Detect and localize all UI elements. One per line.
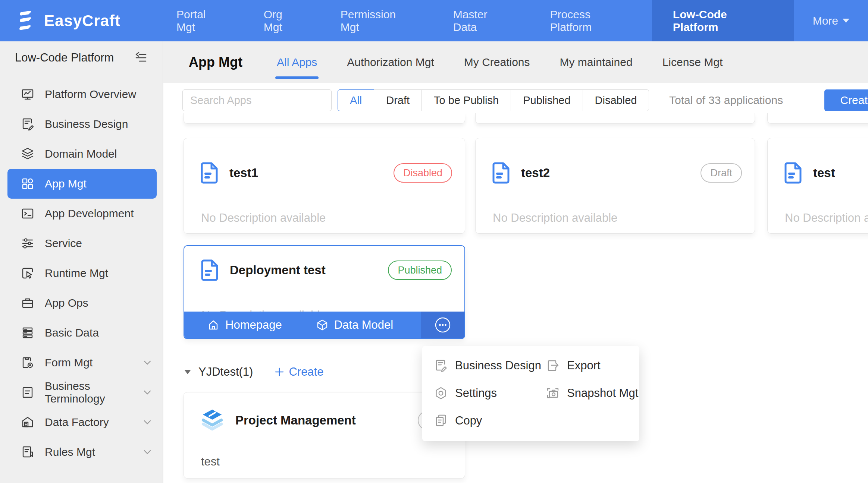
camera-icon — [546, 386, 560, 400]
status-badge: Published — [388, 261, 452, 280]
group-header: YJDtest(1) Create — [184, 363, 323, 381]
menu-item-label: Settings — [455, 386, 497, 400]
filter-published[interactable]: Published — [511, 89, 583, 111]
sidebar-item-business-terminology[interactable]: Business Terminology — [0, 378, 163, 407]
doc-pencil-icon — [434, 359, 448, 372]
nav-item-process-platform[interactable]: Process Platform — [532, 0, 652, 41]
sidebar-item-business-design[interactable]: Business Design — [0, 109, 163, 139]
sidebar-item-label: App Development — [45, 207, 134, 220]
sidebar-item-platform-overview[interactable]: Platform Overview — [0, 79, 163, 109]
tab-my-maintained[interactable]: My maintained — [560, 41, 633, 83]
card-action-bar: Homepage Data Model — [184, 312, 464, 338]
doc-lines-icon — [21, 386, 34, 399]
card-partial[interactable] — [475, 113, 755, 124]
menu-item-business-design[interactable]: Business Design — [434, 352, 546, 379]
hexagon-settings-icon — [434, 386, 448, 400]
sidebar-item-service[interactable]: Service — [0, 228, 163, 258]
nav-more-dropdown[interactable]: More — [794, 0, 868, 41]
sidebar-item-basic-data[interactable]: Basic Data — [0, 318, 163, 348]
app-grid-icon — [21, 177, 34, 190]
brand-logo[interactable]: EasyCraft — [0, 9, 135, 32]
sidebar-item-runtime-mgt[interactable]: Runtime Mgt — [0, 258, 163, 288]
tab-all-apps[interactable]: All Apps — [277, 41, 317, 83]
nav-item-low-code-platform[interactable]: Low-Code Platform — [652, 0, 794, 41]
sidebar-item-label: Runtime Mgt — [45, 267, 108, 280]
nav-item-permission-mgt[interactable]: Permission Mgt — [322, 0, 435, 41]
doc-bookmark-icon — [21, 445, 34, 459]
app-card-test[interactable]: test No Description available — [767, 138, 868, 234]
tab-license-mgt[interactable]: License Mgt — [662, 41, 723, 83]
card-head: test1 Disabled — [200, 162, 452, 184]
app-title: Deployment test — [230, 263, 326, 277]
data-model-button[interactable]: Data Model — [316, 318, 394, 332]
sliders-icon — [21, 237, 34, 250]
filter-to-be-publish[interactable]: To be Publish — [422, 89, 511, 111]
menu-item-snapshot-mgt[interactable]: Snapshot Mgt — [546, 379, 639, 407]
blue-doc-icon — [784, 162, 802, 184]
tab-my-creations[interactable]: My Creations — [464, 41, 530, 83]
sidebar-item-label: Basic Data — [45, 326, 99, 339]
menu-item-label: Snapshot Mgt — [567, 386, 638, 400]
sidebar-item-form-mgt[interactable]: Form Mgt — [0, 348, 163, 378]
data-model-label: Data Model — [334, 318, 394, 332]
homepage-button[interactable]: Homepage — [207, 318, 282, 332]
sidebar-menu: Platform Overview Business Design Domain… — [0, 74, 163, 467]
triangle-collapse-icon[interactable] — [184, 370, 191, 374]
create-app-button[interactable]: Create — [824, 89, 868, 111]
app-title: test2 — [521, 166, 550, 180]
main-header: App Mgt All Apps Authorization Mgt My Cr… — [163, 41, 868, 83]
card-head: test — [784, 162, 868, 184]
app-description: No Description available — [785, 211, 868, 225]
status-filter-group: All Draft To be Publish Published Disabl… — [338, 89, 649, 111]
filter-disabled[interactable]: Disabled — [583, 89, 649, 111]
sidebar-item-app-mgt[interactable]: App Mgt — [7, 169, 157, 199]
monitor-chart-icon — [21, 88, 34, 101]
nav-item-master-data[interactable]: Master Data — [435, 0, 532, 41]
app-title: test — [813, 166, 835, 180]
nav-item-portal-mgt[interactable]: Portal Mgt — [158, 0, 245, 41]
page-title: App Mgt — [189, 54, 242, 70]
app-card-deployment-test[interactable]: Deployment test Published No Description… — [184, 245, 465, 339]
layered-diamond-icon — [200, 409, 224, 432]
plus-icon — [275, 367, 284, 377]
group-create-link[interactable]: Create — [275, 365, 323, 379]
sidebar-item-label: Business Design — [45, 118, 128, 130]
app-card-test1[interactable]: test1 Disabled No Description available — [184, 138, 465, 234]
menu-item-export[interactable]: Export — [546, 352, 639, 379]
app-card-test2[interactable]: test2 Draft No Description available — [475, 138, 755, 234]
tab-bar: All Apps Authorization Mgt My Creations … — [262, 41, 737, 83]
group-label[interactable]: YJDtest(1) — [198, 365, 253, 379]
doc-pencil-icon — [21, 117, 34, 131]
filter-draft[interactable]: Draft — [374, 89, 422, 111]
sidebar-item-data-factory[interactable]: Data Factory — [0, 407, 163, 437]
sidebar-item-app-ops[interactable]: App Ops — [0, 288, 163, 318]
app-title: test1 — [229, 166, 258, 180]
easycraft-app-window: EasyCraft Portal Mgt Org Mgt Permission … — [0, 0, 868, 483]
group-create-label: Create — [289, 365, 323, 379]
app-description: No Description available — [201, 211, 326, 225]
tab-authorization-mgt[interactable]: Authorization Mgt — [347, 41, 434, 83]
menu-item-settings[interactable]: Settings — [434, 379, 546, 407]
sidebar-item-app-development[interactable]: App Development — [0, 199, 163, 228]
nav-item-org-mgt[interactable]: Org Mgt — [245, 0, 322, 41]
filter-all[interactable]: All — [338, 89, 374, 111]
sidebar-item-label: Platform Overview — [45, 88, 136, 101]
card-more-button[interactable] — [421, 312, 464, 338]
stacked-rows-icon — [21, 326, 34, 340]
sidebar-item-label: Business Terminology — [45, 380, 143, 405]
sidebar-header: Low-Code Platform — [0, 41, 163, 74]
search-input[interactable] — [183, 90, 337, 111]
top-nav-bar: EasyCraft Portal Mgt Org Mgt Permission … — [0, 0, 868, 41]
collapse-sidebar-icon[interactable] — [134, 51, 148, 64]
blue-doc-icon — [200, 162, 218, 184]
menu-item-copy[interactable]: Copy — [434, 407, 546, 435]
terminal-window-icon — [21, 207, 34, 220]
sidebar-item-domain-model[interactable]: Domain Model — [0, 139, 163, 169]
cube-icon — [316, 319, 328, 331]
sidebar-item-rules-mgt[interactable]: Rules Mgt — [0, 437, 163, 467]
sidebar: Low-Code Platform Platform Overview Busi… — [0, 41, 163, 483]
card-partial[interactable] — [184, 113, 465, 124]
sidebar-item-label: Rules Mgt — [45, 446, 95, 458]
card-partial[interactable] — [767, 113, 868, 124]
factory-chart-icon — [21, 416, 34, 429]
